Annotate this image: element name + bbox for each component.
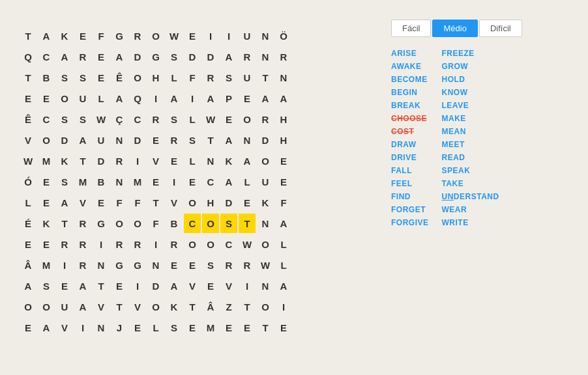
grid-cell: V	[129, 297, 146, 316]
word-item[interactable]: FALL	[391, 166, 429, 175]
grid-cell: R	[275, 47, 292, 66]
grid-cell: O	[257, 297, 274, 316]
word-item[interactable]: WEAR	[442, 205, 499, 214]
grid-cell: Ó	[20, 172, 37, 191]
grid-cell: D	[129, 47, 146, 66]
grid-cell: R	[166, 234, 183, 254]
word-item[interactable]: FORGIVE	[391, 218, 429, 227]
grid-cell: G	[147, 47, 164, 66]
grid-cell: Â	[202, 297, 219, 316]
grid-cell: A	[74, 297, 91, 316]
grid-cell: N	[257, 47, 274, 66]
grid-cell: K	[166, 297, 183, 316]
grid-cell: E	[38, 172, 55, 191]
grid-cell: S	[56, 172, 73, 191]
grid-cell: I	[129, 151, 146, 171]
grid-cell: R	[111, 234, 128, 254]
word-item[interactable]: HOLD	[442, 75, 499, 84]
word-item[interactable]: FREEZE	[442, 49, 499, 58]
grid-cell: C	[220, 234, 237, 254]
word-item[interactable]: AWAKE	[391, 62, 429, 71]
grid-cell: U	[56, 297, 73, 316]
grid-cell: E	[184, 255, 201, 275]
grid-cell: V	[74, 193, 91, 212]
grid-cell: V	[147, 151, 164, 171]
word-item[interactable]: UNDERSTAND	[442, 192, 499, 201]
grid-cell: O	[184, 193, 201, 212]
word-item[interactable]: BREAK	[391, 101, 429, 110]
grid-cell: E	[184, 172, 201, 191]
word-item[interactable]: FEEL	[391, 179, 429, 188]
grid-cell: E	[147, 130, 164, 150]
grid-cell: I	[74, 318, 91, 337]
grid-cell: T	[184, 297, 201, 316]
grid-cell: O	[147, 26, 164, 46]
grid-cell: A	[56, 193, 73, 212]
grid-cell: A	[20, 276, 37, 296]
grid-cell: I	[275, 297, 292, 316]
tab-fácil[interactable]: Fácil	[391, 20, 431, 37]
word-item[interactable]: CHOOSE	[391, 114, 429, 123]
word-item[interactable]: COST	[391, 127, 429, 136]
grid-cell: U	[93, 130, 110, 150]
grid-cell: M	[38, 151, 55, 171]
grid-cell: L	[184, 109, 201, 129]
grid-cell: L	[239, 172, 256, 191]
grid-cell: S	[74, 68, 91, 87]
grid-cell: N	[257, 276, 274, 296]
tab-médio[interactable]: Médio	[432, 20, 477, 37]
grid-cell: H	[275, 130, 292, 150]
grid-cell: G	[93, 214, 110, 233]
grid-cell: D	[93, 151, 110, 171]
grid-cell: M	[202, 318, 219, 337]
word-item[interactable]: MEET	[442, 140, 499, 149]
grid-cell: E	[147, 172, 164, 191]
word-item[interactable]: TAKE	[442, 179, 499, 188]
word-item[interactable]: LEAVE	[442, 101, 499, 110]
grid-cell: V	[56, 318, 73, 337]
grid-cell: E	[275, 151, 292, 171]
grid-cell: O	[56, 89, 73, 108]
grid-cell: L	[93, 89, 110, 108]
word-item[interactable]: DRIVE	[391, 153, 429, 162]
grid-cell: E	[20, 234, 37, 254]
word-item[interactable]: BEGIN	[391, 88, 429, 97]
word-item[interactable]: BECOME	[391, 75, 429, 84]
grid-cell: H	[147, 68, 164, 87]
word-item[interactable]: DRAW	[391, 140, 429, 149]
grid-cell: I	[147, 89, 164, 108]
grid-cell: V	[220, 276, 237, 296]
grid-cell: E	[38, 89, 55, 108]
grid-cell: F	[184, 68, 201, 87]
word-item[interactable]: FIND	[391, 192, 429, 201]
grid-cell: E	[239, 193, 256, 212]
word-item[interactable]: READ	[442, 153, 499, 162]
word-item[interactable]: FORGET	[391, 205, 429, 214]
grid-cell: E	[20, 89, 37, 108]
grid-cell: L	[20, 193, 37, 212]
grid-cell: O	[147, 297, 164, 316]
grid-cell: A	[74, 276, 91, 296]
word-item[interactable]: GROW	[442, 62, 499, 71]
grid-cell: O	[184, 234, 201, 254]
word-item[interactable]: ARISE	[391, 49, 429, 58]
grid-cell: D	[257, 130, 274, 150]
grid-cell: O	[239, 109, 256, 129]
word-item[interactable]: MEAN	[442, 127, 499, 136]
grid-cell: S	[166, 109, 183, 129]
grid-cell: D	[202, 47, 219, 66]
word-item[interactable]: WRITE	[442, 218, 499, 227]
grid-cell: O	[202, 234, 219, 254]
grid-cell: N	[111, 172, 128, 191]
word-item[interactable]: MAKE	[442, 114, 499, 123]
grid-cell: A	[220, 47, 237, 66]
grid-cell: I	[166, 172, 183, 191]
tab-difícil[interactable]: Difícil	[479, 20, 522, 37]
grid-cell: E	[56, 276, 73, 296]
grid-cell: A	[38, 26, 55, 46]
word-item[interactable]: SPEAK	[442, 166, 499, 175]
grid-cell: B	[166, 214, 183, 233]
word-item[interactable]: KNOW	[442, 88, 499, 97]
grid-cell: L	[184, 151, 201, 171]
grid-cell: U	[74, 89, 91, 108]
